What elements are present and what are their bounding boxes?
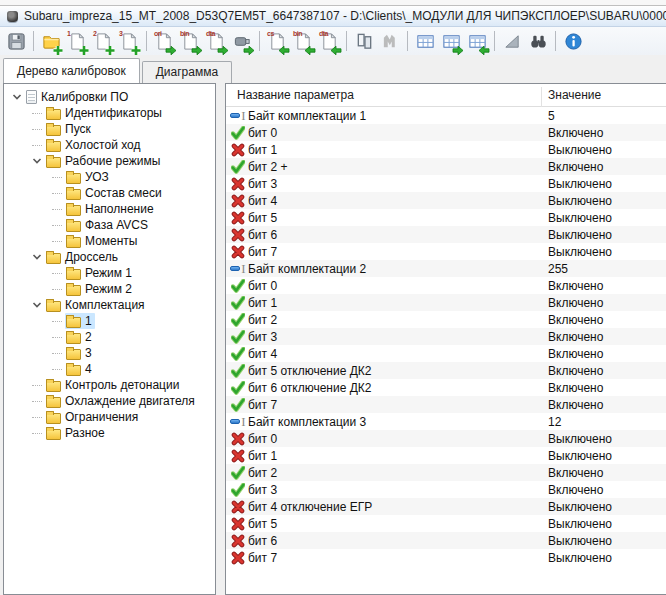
tree-item[interactable]: 4 <box>4 361 215 377</box>
param-row[interactable]: бит 2 +Включено <box>226 158 666 175</box>
info-button[interactable] <box>561 29 585 53</box>
tree-item-inner[interactable]: Охлаждение двигателя <box>45 393 198 409</box>
chevron-down-icon[interactable] <box>9 92 25 102</box>
save-flash-button[interactable] <box>230 29 254 53</box>
open-ori-button[interactable]: ori <box>152 29 176 53</box>
tree-item[interactable]: Моменты <box>4 233 215 249</box>
param-row[interactable]: бит 1Выключено <box>226 447 666 464</box>
param-row[interactable]: бит 0Выключено <box>226 430 666 447</box>
tree-item-inner[interactable]: Контроль детонации <box>45 377 182 393</box>
tree-item-inner[interactable]: Фаза AVCS <box>65 217 151 233</box>
tree-item[interactable]: Дроссель <box>4 249 215 265</box>
tree-item-inner[interactable]: Ограничения <box>45 409 141 425</box>
tree-item[interactable]: Состав смеси <box>4 185 215 201</box>
param-row[interactable]: бит 7Выключено <box>226 549 666 566</box>
param-row[interactable]: бит 6Выключено <box>226 532 666 549</box>
tree-item-inner[interactable]: Моменты <box>65 233 140 249</box>
tree-item-inner[interactable]: УОЗ <box>65 169 112 185</box>
tree-item[interactable]: 1 <box>4 313 215 329</box>
tree-item[interactable]: Идентификаторы <box>4 105 215 121</box>
tree-item[interactable]: Режим 1 <box>4 265 215 281</box>
param-row[interactable]: IБайт комплектации 312 <box>226 413 666 430</box>
param-row[interactable]: бит 0Включено <box>226 124 666 141</box>
param-row[interactable]: бит 3Включено <box>226 328 666 345</box>
tree-item-inner[interactable]: 3 <box>65 345 95 361</box>
tree-item[interactable]: Комплектация <box>4 297 215 313</box>
param-row[interactable]: IБайт комплектации 2255 <box>226 260 666 277</box>
param-row[interactable]: IБайт комплектации 15 <box>226 107 666 124</box>
param-row[interactable]: бит 5Выключено <box>226 515 666 532</box>
tree-item[interactable]: Калибровки ПО <box>4 89 215 105</box>
import-bin-button[interactable]: bin <box>291 29 315 53</box>
tree-item[interactable]: Разное <box>4 425 215 441</box>
tree-item-inner[interactable]: 2 <box>65 329 95 345</box>
param-row[interactable]: бит 1Выключено <box>226 141 666 158</box>
chevron-down-icon[interactable] <box>29 156 45 166</box>
tree-item[interactable]: 3 <box>4 345 215 361</box>
tree-item[interactable]: Рабочие режимы <box>4 153 215 169</box>
param-row[interactable]: бит 2Включено <box>226 464 666 481</box>
param-row[interactable]: бит 3Выключено <box>226 175 666 192</box>
tree-connector <box>49 177 65 178</box>
param-row[interactable]: бит 7Выключено <box>226 243 666 260</box>
tree-item-inner[interactable]: Рабочие режимы <box>45 153 163 169</box>
tab-calibration-tree[interactable]: Дерево калибровок <box>3 58 140 83</box>
tree-item-inner[interactable]: Идентификаторы <box>45 105 165 121</box>
add-slot-3-button[interactable]: 3 <box>117 29 141 53</box>
tree-item-inner[interactable]: Дроссель <box>45 249 121 265</box>
search-button[interactable] <box>526 29 550 53</box>
tree-item-inner[interactable]: Разное <box>45 425 108 441</box>
tree-item-inner[interactable]: Наполнение <box>65 201 157 217</box>
add-slot-1-button[interactable]: 1 <box>65 29 89 53</box>
tree-item[interactable]: 2 <box>4 329 215 345</box>
param-row[interactable]: бит 2Включено <box>226 311 666 328</box>
tree-item-inner[interactable]: Холостой ход <box>45 137 143 153</box>
tree-item[interactable]: Холостой ход <box>4 137 215 153</box>
compare-button[interactable] <box>352 29 376 53</box>
chevron-down-icon[interactable] <box>29 252 45 262</box>
table-view-button[interactable] <box>413 29 437 53</box>
column-header-value[interactable]: Значение <box>548 88 601 102</box>
save-button[interactable] <box>4 29 28 53</box>
import-dta-button[interactable]: dta <box>317 29 341 53</box>
tree-item[interactable]: Ограничения <box>4 409 215 425</box>
tree-item[interactable]: УОЗ <box>4 169 215 185</box>
tree-item-inner[interactable]: Пуск <box>45 121 94 137</box>
tree-item[interactable]: Контроль детонации <box>4 377 215 393</box>
add-slot-2-button[interactable]: 2 <box>91 29 115 53</box>
column-header-name[interactable]: Название параметра <box>237 88 354 102</box>
param-row[interactable]: бит 1Включено <box>226 294 666 311</box>
tree-item-selected[interactable]: 1 <box>65 313 95 329</box>
tree-item-inner[interactable]: Комплектация <box>45 297 148 313</box>
param-row[interactable]: бит 0Включено <box>226 277 666 294</box>
param-row[interactable]: бит 4Включено <box>226 345 666 362</box>
tree-item-inner[interactable]: Режим 2 <box>65 281 135 297</box>
merge-button[interactable] <box>378 29 402 53</box>
ruler-button[interactable] <box>500 29 524 53</box>
tab-diagram[interactable]: Диаграмма <box>142 61 232 83</box>
open-dta-button[interactable]: dta <box>204 29 228 53</box>
param-row[interactable]: бит 4 отключение ЕГРВыключено <box>226 498 666 515</box>
param-row[interactable]: бит 5Выключено <box>226 209 666 226</box>
tree-item-inner[interactable]: Калибровки ПО <box>25 89 131 105</box>
tree-item[interactable]: Фаза AVCS <box>4 217 215 233</box>
param-row[interactable]: бит 6Выключено <box>226 226 666 243</box>
param-row[interactable]: бит 3Включено <box>226 481 666 498</box>
table-export-button[interactable] <box>439 29 463 53</box>
tree-item-inner[interactable]: 4 <box>65 361 95 377</box>
tree-item[interactable]: Режим 2 <box>4 281 215 297</box>
chevron-down-icon[interactable] <box>29 300 45 310</box>
param-row[interactable]: бит 5 отключение ДК2Включено <box>226 362 666 379</box>
tree-item[interactable]: Охлаждение двигателя <box>4 393 215 409</box>
tree-item-inner[interactable]: Состав смеси <box>65 185 165 201</box>
param-row[interactable]: бит 6 отключение ДК2Включено <box>226 379 666 396</box>
open-bin-button[interactable]: bin <box>178 29 202 53</box>
param-row[interactable]: бит 4Выключено <box>226 192 666 209</box>
tree-item[interactable]: Наполнение <box>4 201 215 217</box>
table-import-button[interactable] <box>465 29 489 53</box>
tree-item[interactable]: Пуск <box>4 121 215 137</box>
tree-item-inner[interactable]: Режим 1 <box>65 265 135 281</box>
param-row[interactable]: бит 7Включено <box>226 396 666 413</box>
import-cs-button[interactable]: cs <box>265 29 289 53</box>
add-folder-button[interactable] <box>39 29 63 53</box>
